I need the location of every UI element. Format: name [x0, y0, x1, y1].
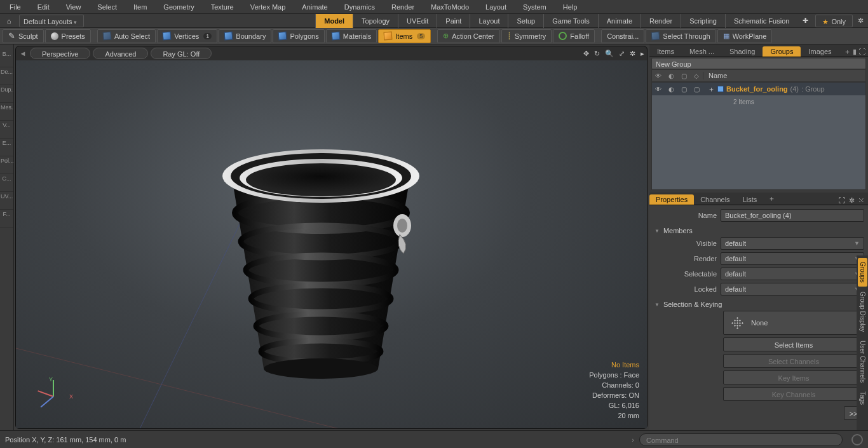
menu-layout[interactable]: Layout	[477, 1, 515, 13]
action-center-button[interactable]: ⊕Action Center	[437, 29, 500, 43]
ptab-properties[interactable]: Properties	[649, 194, 694, 205]
menu-animate[interactable]: Animate	[294, 1, 336, 13]
rtab-shading[interactable]: Shading	[722, 46, 763, 57]
name-col[interactable]: Name	[703, 72, 865, 79]
expand-icon[interactable]: ＋ ▮ ⛶	[841, 47, 868, 57]
rtab-images[interactable]: Images	[801, 46, 839, 57]
falloff-button[interactable]: Falloff	[553, 29, 595, 43]
tool-f[interactable]: F...	[0, 210, 13, 227]
rotate-icon[interactable]: ↻	[594, 50, 600, 58]
presets-button[interactable]: Presets	[45, 29, 91, 43]
add-tab-icon[interactable]: ＋	[763, 193, 780, 205]
materials-button[interactable]: Materials	[326, 29, 377, 43]
menu-edit[interactable]: Edit	[29, 1, 58, 13]
menu-system[interactable]: System	[515, 1, 555, 13]
menu-vertex-map[interactable]: Vertex Map	[242, 1, 294, 13]
visible-dropdown[interactable]: default▼	[721, 237, 864, 250]
locked-dropdown[interactable]: default▼	[721, 283, 864, 295]
rtab-items[interactable]: Items	[649, 46, 682, 57]
tab-render[interactable]: Render	[641, 14, 681, 28]
sidetab-groups[interactable]: Groups	[858, 258, 867, 287]
tab-layout[interactable]: Layout	[470, 14, 508, 28]
rtab-mesh-[interactable]: Mesh ...	[682, 46, 722, 57]
3d-viewport[interactable]: No Items Polygons : Face Channels: 0 Def…	[16, 60, 647, 428]
render-dropdown[interactable]: default▼	[721, 252, 864, 265]
tab-game-tools[interactable]: Game Tools	[543, 14, 598, 28]
key-items-button[interactable]: Key Items	[723, 370, 864, 384]
default-layouts-dropdown[interactable]: Default Layouts	[19, 15, 84, 27]
menu-texture[interactable]: Texture	[203, 1, 242, 13]
boundary-button[interactable]: Boundary	[219, 29, 271, 43]
menu-view[interactable]: View	[58, 1, 90, 13]
select-through-button[interactable]: Select Through	[646, 29, 715, 43]
constrain-button[interactable]: Constrai...	[601, 29, 644, 43]
select-items-button[interactable]: Select Items	[723, 337, 864, 351]
gear-icon[interactable]: ✲	[853, 17, 868, 25]
selectable-dropdown[interactable]: default▼	[721, 268, 864, 280]
selkey-section[interactable]: ▼Selection & Keying	[653, 297, 864, 309]
add-workspace-icon[interactable]: ✚	[797, 17, 813, 25]
tab-schematic-fusion[interactable]: Schematic Fusion	[725, 14, 797, 28]
options-gear-icon[interactable]: ✲	[630, 50, 635, 58]
close-icon[interactable]: ⛌	[858, 196, 865, 205]
tab-scripting[interactable]: Scripting	[681, 14, 725, 28]
fit-icon[interactable]: ⤢	[619, 50, 625, 58]
polygons-button[interactable]: Polygons	[273, 29, 324, 43]
viewport-raygl-pill[interactable]: Ray GL: Off	[151, 48, 212, 59]
tool-mes[interactable]: Mes...	[0, 103, 13, 121]
workplane-button[interactable]: ▦WorkPlane	[717, 29, 773, 43]
menu-file[interactable]: File	[1, 1, 29, 13]
name-field[interactable]: Bucket_for_ooling (4)	[721, 209, 864, 222]
vis-col-icon[interactable]: 👁	[652, 72, 665, 79]
tool-c[interactable]: C...	[0, 174, 13, 192]
render-col-icon[interactable]: ◐	[665, 72, 677, 79]
tab-model[interactable]: Model	[315, 14, 353, 28]
items-button[interactable]: Items5	[378, 29, 431, 43]
menu-render[interactable]: Render	[383, 1, 423, 13]
expand-icon[interactable]: ⛶	[838, 196, 845, 205]
select-channels-button[interactable]: Select Channels	[723, 354, 864, 368]
record-icon[interactable]	[851, 434, 863, 445]
tool-e[interactable]: E...	[0, 139, 13, 156]
members-section[interactable]: ▼Members	[653, 223, 864, 236]
tool-pol[interactable]: Pol...	[0, 156, 13, 174]
sidetab-user-channels[interactable]: User Channels	[858, 337, 867, 386]
tab-paint[interactable]: Paint	[437, 14, 470, 28]
ptab-lists[interactable]: Lists	[736, 194, 764, 205]
home-icon[interactable]: ⌂	[0, 14, 18, 27]
menu-geometry[interactable]: Geometry	[155, 1, 202, 13]
new-group-button[interactable]: New Group	[651, 58, 866, 69]
menu-select[interactable]: Select	[89, 1, 125, 13]
move-icon[interactable]: ✥	[583, 50, 589, 58]
menu-item[interactable]: Item	[125, 1, 155, 13]
tab-setup[interactable]: Setup	[508, 14, 543, 28]
rtab-groups[interactable]: Groups	[763, 46, 801, 57]
key-channels-button[interactable]: Key Channels	[723, 387, 864, 401]
tree-row[interactable]: 👁◐▢▢ ＋ Bucket_for_ooling (4) : Group	[652, 83, 865, 95]
sidetab-group-display[interactable]: Group Display	[858, 288, 867, 336]
menu-maxtomodo[interactable]: MaxToModo	[423, 1, 477, 13]
tool-b[interactable]: B...	[0, 50, 13, 67]
sel-col-icon[interactable]: ▢	[677, 72, 690, 79]
sidetab-tags[interactable]: Tags	[858, 388, 867, 409]
zoom-icon[interactable]: 🔍	[605, 50, 614, 58]
auto-select-button[interactable]: Auto Select	[97, 29, 156, 43]
sculpt-button[interactable]: ✎Sculpt	[3, 29, 44, 43]
only-toggle[interactable]: ★Only	[815, 15, 853, 27]
axis-gizmo[interactable]: YX	[35, 377, 73, 416]
prev-arrow-icon[interactable]: ◄	[18, 50, 27, 57]
lock-col-icon[interactable]: ◇	[690, 72, 703, 79]
ptab-channels[interactable]: Channels	[694, 194, 736, 205]
next-arrow-icon[interactable]: ▸	[641, 50, 644, 58]
tab-topology[interactable]: Topology	[353, 14, 398, 28]
tool-v[interactable]: V...	[0, 121, 13, 139]
symmetry-button[interactable]: ┊Symmetry	[501, 29, 552, 43]
vertices-button[interactable]: Vertices1	[157, 29, 217, 43]
tab-uvedit[interactable]: UVEdit	[398, 14, 437, 28]
tool-de[interactable]: De...	[0, 67, 13, 85]
viewport-mode-pill[interactable]: Perspective	[30, 48, 90, 59]
selection-mode-button[interactable]: None	[723, 311, 864, 335]
gear-icon[interactable]: ✲	[849, 196, 855, 205]
tool-dup[interactable]: Dup...	[0, 85, 13, 103]
command-input[interactable]: Command	[639, 433, 843, 446]
